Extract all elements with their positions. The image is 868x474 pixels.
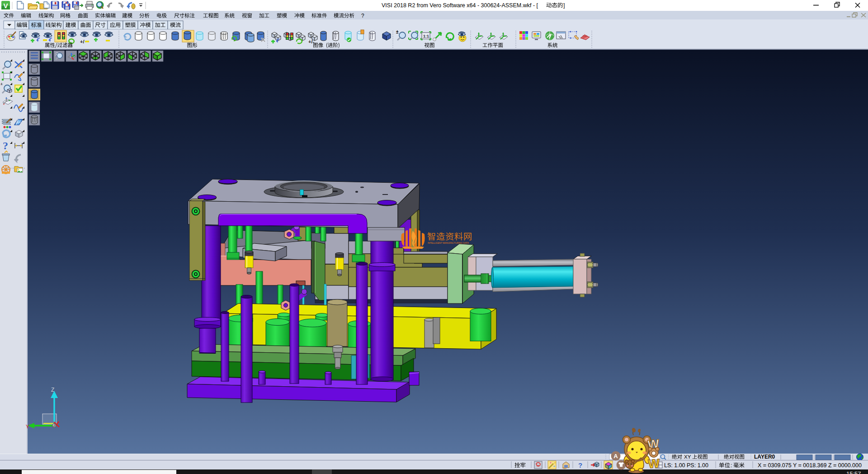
svg-text:V: V bbox=[3, 2, 8, 9]
svg-text:]: ] bbox=[563, 2, 565, 9]
svg-text:VISI 2018 R2 from Vero Softwar: VISI 2018 R2 from Vero Software x64 - 30… bbox=[382, 2, 538, 9]
svg-text:A: A bbox=[613, 453, 618, 460]
svg-text:?: ? bbox=[578, 461, 582, 469]
svg-text:?: ? bbox=[3, 140, 8, 152]
svg-text:Y: Y bbox=[26, 424, 29, 429]
svg-text:XY: XY bbox=[684, 454, 691, 460]
svg-text:INTELLIGENT MANUFACTURING DATA: INTELLIGENT MANUFACTURING DATA bbox=[428, 242, 469, 244]
svg-text::: : bbox=[731, 462, 732, 469]
svg-text:LAYER0: LAYER0 bbox=[754, 454, 775, 460]
svg-text:±: ± bbox=[0, 81, 3, 86]
svg-text:15:57: 15:57 bbox=[846, 470, 861, 474]
svg-text:+/: +/ bbox=[80, 39, 84, 44]
svg-text:X = 0309.075 Y = 0018.369 Z =: X = 0309.075 Y = 0018.369 Z = 0000.000 bbox=[758, 462, 862, 469]
svg-text:1:1: 1:1 bbox=[423, 34, 429, 38]
svg-text:W: W bbox=[648, 456, 660, 471]
svg-text:±: ± bbox=[396, 29, 399, 34]
svg-text:LS: 1.00 PS: 1.00: LS: 1.00 PS: 1.00 bbox=[664, 462, 708, 469]
svg-text:?: ? bbox=[361, 13, 364, 19]
